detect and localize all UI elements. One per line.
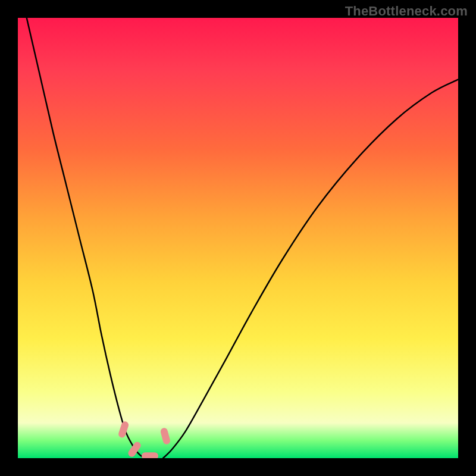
left-curve: [27, 18, 146, 458]
plot-area: [18, 18, 458, 458]
marker-layer: [118, 421, 171, 458]
chart-frame: TheBottleneck.com: [0, 0, 476, 476]
bottom-marker: [142, 452, 158, 458]
curves-layer: [18, 18, 458, 458]
right-marker-upper: [159, 427, 171, 445]
watermark-text: TheBottleneck.com: [345, 4, 468, 19]
right-curve: [163, 80, 458, 458]
